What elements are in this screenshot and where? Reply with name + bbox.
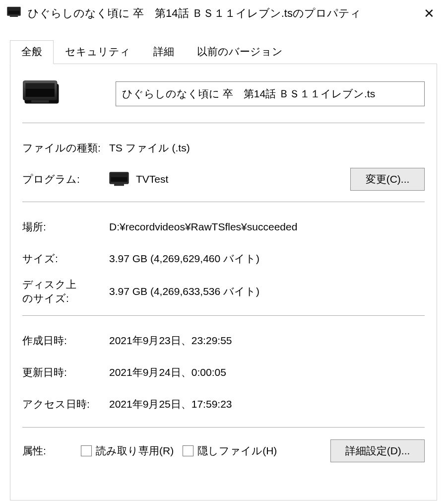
row-location: 場所: D:¥recordvideos¥RawTSfles¥succeeded <box>22 211 425 243</box>
change-program-button[interactable]: 変更(C)... <box>350 168 425 191</box>
svg-rect-3 <box>10 16 18 17</box>
checkbox-box-icon <box>81 445 92 456</box>
tab-security-label: セキュリティ <box>65 46 130 57</box>
svg-rect-11 <box>111 173 127 177</box>
created-label: 作成日時: <box>22 334 109 348</box>
svg-rect-2 <box>8 8 19 11</box>
location-value: D:¥recordvideos¥RawTSfles¥succeeded <box>109 221 425 233</box>
size-value: 3.97 GB (4,269,629,460 バイト) <box>109 252 425 266</box>
row-modified: 更新日時: 2021年9月24日、0:00:05 <box>22 357 425 388</box>
tab-previous-versions[interactable]: 以前のバージョン <box>186 40 294 64</box>
size-on-disk-value: 3.97 GB (4,269,633,536 バイト) <box>109 285 425 298</box>
tab-security[interactable]: セキュリティ <box>54 40 142 64</box>
tabpanel-general: ひぐらしのなく頃に 卒 第14話 ＢＳ１１イレブン.ts ファイルの種類: TS… <box>10 64 437 501</box>
properties-dialog: ひぐらしのなく頃に 卒 第14話 ＢＳ１１イレブン.tsのプロパティ ✕ 全般 … <box>0 0 447 504</box>
hidden-checkbox[interactable]: 隠しファイル(H) <box>183 444 277 458</box>
separator <box>22 123 425 123</box>
filetype-label: ファイルの種類: <box>22 141 109 155</box>
tab-details[interactable]: 詳細 <box>142 40 186 64</box>
attributes-label: 属性: <box>22 444 72 458</box>
svg-rect-12 <box>114 184 124 186</box>
accessed-value: 2021年9月25日、17:59:23 <box>109 397 425 411</box>
close-button[interactable]: ✕ <box>414 0 444 27</box>
svg-rect-7 <box>26 83 55 89</box>
tab-previous-versions-label: 以前のバージョン <box>197 46 283 57</box>
row-filetype: ファイルの種類: TS ファイル (.ts) <box>22 132 425 164</box>
readonly-checkbox[interactable]: 読み取り専用(R) <box>81 444 174 458</box>
window-title: ひぐらしのなく頃に 卒 第14話 ＢＳ１１イレブン.tsのプロパティ <box>28 6 414 21</box>
tab-area: 全般 セキュリティ 詳細 以前のバージョン <box>0 27 447 501</box>
titlebar: ひぐらしのなく頃に 卒 第14話 ＢＳ１１イレブン.tsのプロパティ ✕ <box>0 0 447 27</box>
tab-general-label: 全般 <box>21 46 42 57</box>
svg-rect-8 <box>31 100 49 103</box>
row-size-on-disk: ディスク上 のサイズ: 3.97 GB (4,269,633,536 バイト) <box>22 275 425 308</box>
location-label: 場所: <box>22 220 109 234</box>
separator <box>22 315 425 316</box>
window-icon <box>7 6 21 20</box>
program-label: プログラム: <box>22 172 109 186</box>
advanced-attributes-button[interactable]: 詳細設定(D)... <box>330 439 425 462</box>
program-value: TVTest <box>136 173 168 185</box>
file-type-icon <box>22 79 61 109</box>
filename-input[interactable]: ひぐらしのなく頃に 卒 第14話 ＢＳ１１イレブン.ts <box>116 81 425 106</box>
separator <box>22 427 425 428</box>
tab-strip: 全般 セキュリティ 詳細 以前のバージョン <box>10 41 437 64</box>
close-icon: ✕ <box>424 6 435 21</box>
change-program-button-label: 変更(C)... <box>366 173 410 185</box>
created-value: 2021年9月23日、23:29:55 <box>109 334 425 348</box>
tab-general[interactable]: 全般 <box>10 40 54 64</box>
separator <box>22 202 425 202</box>
row-size: サイズ: 3.97 GB (4,269,629,460 バイト) <box>22 243 425 275</box>
tab-details-label: 詳細 <box>153 46 174 57</box>
row-accessed: アクセス日時: 2021年9月25日、17:59:23 <box>22 388 425 420</box>
size-on-disk-label: ディスク上 のサイズ: <box>22 278 109 305</box>
modified-value: 2021年9月24日、0:00:05 <box>109 365 425 379</box>
row-created: 作成日時: 2021年9月23日、23:29:55 <box>22 325 425 357</box>
hidden-label: 隠しファイル(H) <box>197 444 277 458</box>
accessed-label: アクセス日時: <box>22 397 109 411</box>
filename-value: ひぐらしのなく頃に 卒 第14話 ＢＳ１１イレブン.ts <box>122 88 375 99</box>
row-attributes: 属性: 読み取り専用(R) 隠しファイル(H) 詳細設定(D)... <box>22 436 425 462</box>
program-icon <box>109 172 129 187</box>
readonly-label: 読み取り専用(R) <box>96 444 174 458</box>
row-program: プログラム: TVTest 変更(C)... <box>22 164 425 195</box>
checkbox-box-icon <box>183 445 193 456</box>
size-label: サイズ: <box>22 252 109 266</box>
filetype-value: TS ファイル (.ts) <box>109 141 425 155</box>
advanced-attributes-button-label: 詳細設定(D)... <box>345 445 410 456</box>
file-header-row: ひぐらしのなく頃に 卒 第14話 ＢＳ１１イレブン.ts <box>22 76 425 116</box>
modified-label: 更新日時: <box>22 365 109 379</box>
